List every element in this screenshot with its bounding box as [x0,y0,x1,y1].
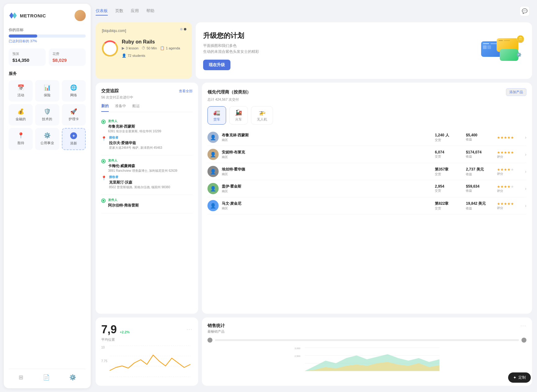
course-content: Ruby on Rails ▶ 3 lesson ⏱ 50 Min 📋 1 a [102,39,186,58]
nav-pages[interactable]: 页数 [115,7,123,16]
chat-icon-button[interactable]: 💬 [520,6,530,16]
agent-rating: ★★★★★ [497,135,522,140]
agent-transactions: 第822章 交货 [435,201,463,211]
agenda-icon: 📋 [160,46,165,50]
upgrade-illustration: 🪙 ⚙️ [475,35,525,66]
nursing-label: 护理卡 [69,117,79,121]
svg-marker-1 [12,12,17,19]
agent-info: 埃丝特·霍华德 南区 [222,167,432,176]
course-duration-text: 50 Min [147,46,157,50]
course-students-text: 72 students [128,54,145,57]
view-all-link[interactable]: 查看全部 [179,89,193,93]
sales-title: 销售统计 [207,323,225,329]
agent-arrow-icon[interactable]: › [525,169,526,174]
tab-preparing[interactable]: 准备中 [115,103,126,112]
tech-label: 技术的 [42,117,52,121]
avg-trend: +2.2% [120,330,130,334]
coins-icon: 🪙 [516,35,525,43]
slider-track[interactable] [215,339,519,341]
slider-knob-right[interactable] [521,338,526,343]
agent-row-4: 👤 马文·麦金尼 南区 第822章 交货 19,842 美元 收益 ★★★★★ … [207,197,526,214]
service-add[interactable]: + 添新 [62,128,86,150]
agent-trans-label: 交货 [435,138,463,142]
sales-panel: 销售统计 ··· 最畅销产品 3,000 2,500 [202,317,532,386]
receiver-name-2: 克里斯汀·沃森 [109,180,170,185]
service-activity[interactable]: 📅 活动 [9,80,33,102]
agent-row-1: 👤 安妮特·布莱克 南区 6,074 交货 $174,074 收益 ★★★★★ … [207,146,526,163]
cat-tab-truck[interactable]: 🚛 货车 [207,106,226,125]
agent-rating: ★★★★★ 评分 [497,150,522,159]
nav-help[interactable]: 帮助 [146,7,154,16]
upgrade-text: 升级您的计划 平面插图和我们多色 生动的未混合紫色头发女士的精彩 现在升级 [203,31,259,70]
avg-chart-svg [101,346,193,377]
upgrade-card: 升级您的计划 平面插图和我们多色 生动的未混合紫色头发女士的精彩 现在升级 [196,22,532,79]
service-reception[interactable]: 📍 殷待 [9,128,33,150]
service-public[interactable]: ⚙️ 公用事业 [35,128,59,150]
sender-info-3: 发件人 阿尔伯特·弗洛雷斯 [108,198,139,208]
nav-dashboard[interactable]: 仪表板 [96,7,108,16]
reception-icon: 📍 [17,132,24,139]
students-icon: 👤 [122,53,126,58]
budget-card: 预算 $14,350 [9,48,46,66]
drone-icon: 🚁 [259,109,266,116]
nav-apps[interactable]: 应用 [131,7,139,16]
agent-zone: 南区 [222,189,432,194]
service-network[interactable]: 🌐 网络 [62,80,86,102]
agent-transactions: 1,240 人 交货 [435,133,463,142]
settings-icon[interactable]: ⚙️ [68,373,77,382]
receiver-indicator-2: 📍 [101,175,107,180]
agent-transactions: 6,074 交货 [435,150,463,159]
main-content: 仪表板 页数 应用 帮助 💬 [biqubiqu.com] [94,0,537,392]
train-icon: 🚂 [235,109,242,116]
layers-icon[interactable]: ⊞ [17,373,25,382]
progress-bar-fill [9,34,37,38]
tab-new[interactable]: 新的 [101,103,109,112]
agents-subtitle: 总计 424,567 次交付 [207,97,526,102]
agent-info: 盖伊·霍金斯 南区 [222,184,432,194]
sender-name-3: 阿尔伯特·弗洛雷斯 [108,203,139,208]
sender-label-3: 发件人 [108,198,139,202]
nursing-icon: 🚀 [70,108,77,115]
add-product-button[interactable]: 添加产品 [506,88,526,96]
service-nursing[interactable]: 🚀 护理卡 [62,104,86,125]
sender-row-3: 发件人 阿尔伯特·弗洛雷斯 [101,198,193,208]
agent-arrow-icon[interactable]: › [525,152,526,157]
sender-indicator-2 [101,159,106,163]
service-tech[interactable]: 🛡️ 技术的 [35,104,59,125]
agent-info: 安妮特·布莱克 南区 [222,150,432,159]
cat-label-truck: 货车 [213,117,220,122]
sales-subtitle: 最畅销产品 [207,329,526,334]
receiver-addr-2: 8502 普雷斯顿路, 英格尔伍德, 缅因州 98380 [109,185,170,189]
svg-text:2,500: 2,500 [294,355,300,358]
tab-shipping[interactable]: 船运 [132,103,140,112]
agent-arrow-icon[interactable]: › [525,186,526,191]
agent-arrow-icon[interactable]: › [525,203,526,208]
file-icon[interactable]: 📄 [42,373,51,382]
app-name: METRONIC [20,13,46,18]
course-agenda: 📋 1 agenda [160,46,180,50]
agent-rating: ★★★★★ 评分 [497,167,522,176]
agent-revenue: $174,074 收益 [466,150,494,159]
nav-links: 仪表板 页数 应用 帮助 [96,7,154,16]
avg-more-button[interactable]: ··· [187,327,193,332]
sales-more-button[interactable]: ··· [521,323,526,329]
customize-fab[interactable]: ✦ 定制 [508,372,531,383]
cat-tab-train[interactable]: 🚂 火车 [229,106,248,125]
finance-icon: 💰 [17,108,24,115]
agent-arrow-icon[interactable]: › [525,135,526,140]
agent-trans-label: 交货 [435,154,463,159]
agent-avatar: 👤 [207,132,219,143]
user-avatar[interactable] [75,10,86,21]
avg-value: 7,9 [101,323,117,336]
slider-knob-left[interactable] [207,338,212,343]
sender-name-1: 布鲁克林·西蒙斯 [108,124,161,129]
service-insurance[interactable]: 📊 保险 [35,80,59,102]
service-finance[interactable]: 💰 金融的 [9,104,33,125]
sidebar: METRONIC 你的目标 已达到目标的 37% 预算 $14,350 花费 $… [4,4,91,388]
upgrade-button[interactable]: 现在升级 [203,60,230,70]
cat-tab-drone[interactable]: 🚁 无人机 [251,106,273,125]
progress-bar-bg [9,34,86,38]
stars-empty: ★ [511,185,514,189]
course-lessons: ▶ 3 lesson [122,46,139,50]
agent-zone: 南区 [222,206,432,211]
